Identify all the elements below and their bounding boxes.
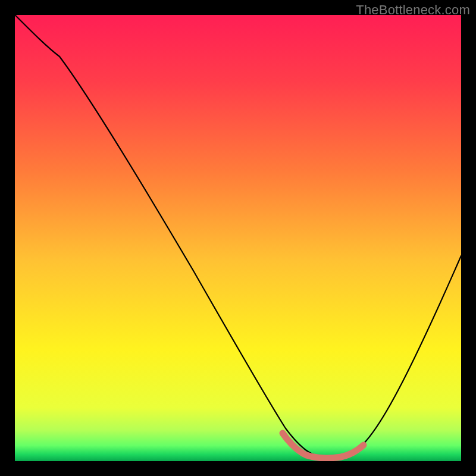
bottleneck-plot	[15, 15, 461, 461]
watermark-label: TheBottleneck.com	[356, 2, 470, 18]
chart-stage: TheBottleneck.com	[0, 0, 476, 476]
gradient-background	[15, 15, 461, 461]
